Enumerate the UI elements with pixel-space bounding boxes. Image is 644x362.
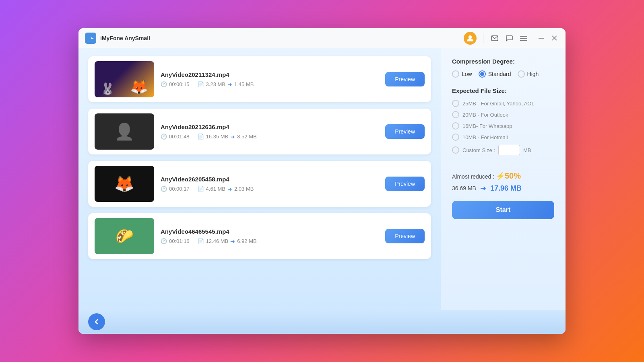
size-row: 36.69 MB ➜ 17.96 MB xyxy=(452,184,554,193)
lightning-icon: ⚡ xyxy=(496,172,505,180)
arrow-2: ➜ xyxy=(230,134,235,140)
video-name-4: AnyVideo46465545.mp4 xyxy=(161,228,379,235)
mail-icon[interactable] xyxy=(490,33,500,43)
radio-standard-label: Standard xyxy=(488,71,511,77)
minimize-button[interactable] xyxy=(537,33,546,43)
divider xyxy=(483,33,483,43)
file-icon-1: 📄 xyxy=(198,81,204,87)
filesize-3: 📄 4.61 MB ➜ 2.03 MB xyxy=(198,186,254,192)
preview-button-1[interactable]: Preview xyxy=(385,72,425,86)
svg-rect-0 xyxy=(87,36,91,41)
svg-marker-1 xyxy=(91,37,94,39)
video-meta-3: 🕐 00:00:17 📄 4.61 MB ➜ 2.03 MB xyxy=(161,186,379,192)
thumbnail-1 xyxy=(95,61,154,97)
clock-icon-2: 🕐 xyxy=(161,134,167,140)
thumb-man-content xyxy=(95,113,154,150)
clock-icon-1: 🕐 xyxy=(161,81,167,87)
start-button[interactable]: Start xyxy=(452,201,554,219)
app-icon xyxy=(85,33,96,44)
thumbnail-2 xyxy=(95,113,154,150)
app-window: iMyFone AnySmall xyxy=(78,28,566,334)
titlebar-right xyxy=(464,32,559,45)
thumb-cartoon-content xyxy=(95,166,154,202)
reduced-total: 17.96 MB xyxy=(490,184,522,193)
file-size-whatsapp[interactable]: 16MB- For Whatsapp xyxy=(452,122,554,130)
table-row: AnyVideo20212636.mp4 🕐 00:01:48 📄 16.35 … xyxy=(88,109,431,154)
mb-label: MB xyxy=(523,147,531,153)
thumb-fox-content xyxy=(95,61,154,97)
back-button[interactable] xyxy=(88,313,105,330)
video-info-4: AnyVideo46465545.mp4 🕐 00:01:16 📄 12.46 … xyxy=(161,228,379,245)
file-icon-2: 📄 xyxy=(198,134,204,140)
radio-outlook xyxy=(452,111,459,118)
titlebar-left: iMyFone AnySmall xyxy=(85,33,464,44)
window-controls xyxy=(537,33,559,43)
content-area: AnyVideo20211324.mp4 🕐 00:00:15 📄 3.23 M… xyxy=(78,48,566,310)
file-size-section: Expected File Size: 25MB - For Gmail, Ya… xyxy=(452,87,554,155)
video-meta-2: 🕐 00:01:48 📄 16.35 MB ➜ 8.52 MB xyxy=(161,134,379,140)
reduction-section: Almost reduced : ⚡50% 36.69 MB ➜ 17.96 M… xyxy=(452,171,554,219)
table-row: AnyVideo20211324.mp4 🕐 00:00:15 📄 3.23 M… xyxy=(88,56,431,102)
reduction-label: Almost reduced : ⚡50% xyxy=(452,171,554,181)
file-size-outlook[interactable]: 20MB - For Outlook xyxy=(452,111,554,118)
arrow-3: ➜ xyxy=(227,186,232,192)
video-info-3: AnyVideo26205458.mp4 🕐 00:00:17 📄 4.61 M… xyxy=(161,176,379,192)
duration-2: 🕐 00:01:48 xyxy=(161,134,190,140)
radio-high-label: High xyxy=(527,71,539,77)
file-size-custom[interactable]: Custom Size : MB xyxy=(452,145,554,155)
preview-button-4[interactable]: Preview xyxy=(385,229,425,243)
arrow-4: ➜ xyxy=(230,238,235,245)
label-custom: Custom Size : xyxy=(462,147,495,153)
radio-high[interactable]: High xyxy=(518,70,539,78)
radio-standard[interactable]: Standard xyxy=(479,70,511,78)
reduction-percent: 50% xyxy=(505,171,521,180)
radio-gmail xyxy=(452,100,459,107)
arrow-1: ➜ xyxy=(227,81,232,88)
video-info-1: AnyVideo20211324.mp4 🕐 00:00:15 📄 3.23 M… xyxy=(161,71,379,88)
video-list: AnyVideo20211324.mp4 🕐 00:00:15 📄 3.23 M… xyxy=(78,48,441,310)
radio-custom xyxy=(452,146,459,154)
menu-icon[interactable] xyxy=(519,33,528,43)
app-title: iMyFone AnySmall xyxy=(100,35,150,41)
filesize-2: 📄 16.35 MB ➜ 8.52 MB xyxy=(198,134,257,140)
preview-button-3[interactable]: Preview xyxy=(385,177,425,191)
label-whatsapp: 16MB- For Whatsapp xyxy=(462,123,512,129)
radio-low-circle xyxy=(452,70,459,78)
radio-whatsapp xyxy=(452,122,459,130)
radio-low-label: Low xyxy=(462,71,472,77)
file-size-gmail[interactable]: 25MB - For Gmail, Yahoo, AOL xyxy=(452,100,554,107)
duration-1: 🕐 00:00:15 xyxy=(161,81,190,87)
clock-icon-4: 🕐 xyxy=(161,238,167,244)
video-name-2: AnyVideo20212636.mp4 xyxy=(161,123,379,130)
video-meta-4: 🕐 00:01:16 📄 12.46 MB ➜ 6.92 MB xyxy=(161,238,379,245)
radio-low[interactable]: Low xyxy=(452,70,472,78)
filesize-4: 📄 12.46 MB ➜ 6.92 MB xyxy=(198,238,257,245)
thumbnail-4 xyxy=(95,218,154,254)
custom-size-input[interactable] xyxy=(498,145,520,155)
label-gmail: 25MB - For Gmail, Yahoo, AOL xyxy=(462,101,535,107)
user-avatar[interactable] xyxy=(464,32,477,45)
file-size-options: 25MB - For Gmail, Yahoo, AOL 20MB - For … xyxy=(452,100,554,155)
filesize-1: 📄 3.23 MB ➜ 1.45 MB xyxy=(198,81,254,88)
size-arrow-icon: ➜ xyxy=(480,184,486,193)
file-size-title: Expected File Size: xyxy=(452,87,554,94)
chat-icon[interactable] xyxy=(504,33,514,43)
file-icon-4: 📄 xyxy=(198,238,204,244)
video-info-2: AnyVideo20212636.mp4 🕐 00:01:48 📄 16.35 … xyxy=(161,123,379,140)
clock-icon-3: 🕐 xyxy=(161,186,167,192)
preview-button-2[interactable]: Preview xyxy=(385,124,425,139)
table-row: AnyVideo26205458.mp4 🕐 00:00:17 📄 4.61 M… xyxy=(88,161,431,207)
titlebar: iMyFone AnySmall xyxy=(78,28,566,48)
svg-point-2 xyxy=(469,35,472,39)
thumb-food-content xyxy=(95,218,154,254)
duration-3: 🕐 00:00:17 xyxy=(161,186,190,192)
bottom-bar xyxy=(78,310,566,334)
radio-standard-circle xyxy=(479,70,486,78)
close-button[interactable] xyxy=(549,33,559,43)
file-size-hotmail[interactable]: 10MB - For Hotmail xyxy=(452,134,554,141)
video-name-1: AnyVideo20211324.mp4 xyxy=(161,71,379,78)
radio-hotmail xyxy=(452,134,459,141)
original-total: 36.69 MB xyxy=(452,185,476,191)
compression-title: Compression Degree: xyxy=(452,58,554,65)
label-outlook: 20MB - For Outlook xyxy=(462,112,508,118)
